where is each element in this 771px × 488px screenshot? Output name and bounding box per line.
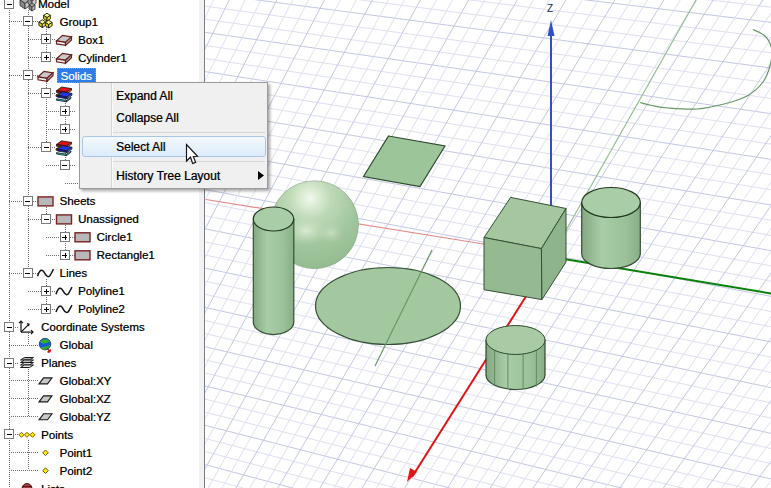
svg-text:Z: Z xyxy=(547,3,553,14)
